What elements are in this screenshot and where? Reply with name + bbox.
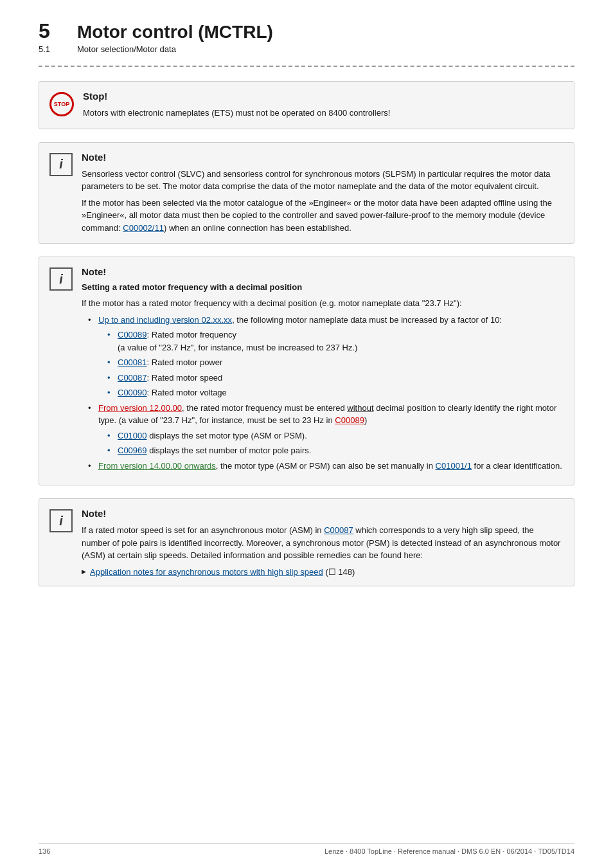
sub-bullet-c00969: C00969 displays the set number of motor …: [107, 444, 564, 457]
c01000-link[interactable]: C01000: [118, 431, 147, 440]
bullet1-suffix: , the following motor nameplate data mus…: [232, 315, 502, 325]
c00089-link-2[interactable]: C00089: [335, 415, 364, 425]
sub-section-number: 5.1: [39, 44, 77, 54]
chapter-header: 5 Motor control (MCTRL): [39, 19, 574, 43]
sub-bullet-c00090: C00090: Rated motor voltage: [107, 386, 564, 399]
stop-icon: STOP: [49, 92, 74, 116]
sub-bullet-list-1: C00089: Rated motor frequency(a value of…: [107, 329, 564, 399]
note1-para1: Sensorless vector control (SLVC) and sen…: [82, 168, 564, 193]
note2-title: Note!: [82, 266, 564, 277]
note2-intro: If the motor has a rated motor frequency…: [82, 297, 564, 310]
bullet-item-3: From version 14.00.00 onwards, the motor…: [88, 460, 564, 473]
c00089-link-1[interactable]: C00089: [118, 330, 147, 339]
c00081-text: : Rated motor power: [147, 357, 223, 367]
c00081-link[interactable]: C00081: [118, 357, 147, 367]
info-icon-2: i: [49, 267, 73, 291]
c00087-link-1[interactable]: C00087: [118, 373, 147, 383]
stop-notice-text: Motors with electronic nameplates (ETS) …: [83, 107, 564, 120]
footer-page-num: 136: [39, 847, 50, 855]
app-notes-suffix: (☐ 148): [323, 567, 355, 577]
c00969-link[interactable]: C00969: [118, 446, 147, 455]
note3-box: i Note! If a rated motor speed is set fo…: [39, 498, 574, 586]
c00089-text: : Rated motor frequency(a value of "23.7…: [118, 330, 357, 352]
page: 5 Motor control (MCTRL) 5.1 Motor select…: [0, 0, 613, 868]
c00087-link-2[interactable]: C00087: [324, 525, 353, 535]
note1-para2-suffix: ) when an online connection has been est…: [164, 223, 351, 233]
note3-para1-prefix: If a rated motor speed is set for an asy…: [82, 525, 324, 535]
sub-section-header: 5.1 Motor selection/Motor data: [39, 44, 574, 54]
note1-title: Note!: [82, 152, 564, 163]
stop-notice-box: STOP Stop! Motors with electronic namepl…: [39, 81, 574, 129]
stop-notice-title: Stop!: [83, 91, 564, 102]
divider: [39, 66, 574, 67]
stop-notice-content: Stop! Motors with electronic nameplates …: [83, 91, 564, 120]
note2-content: Note! Setting a rated motor frequency wi…: [82, 266, 564, 476]
sub-bullet-c00089: C00089: Rated motor frequency(a value of…: [107, 329, 564, 354]
c00087-text: : Rated motor speed: [147, 373, 223, 383]
stop-circle-icon: STOP: [49, 92, 74, 116]
note2-box: i Note! Setting a rated motor frequency …: [39, 257, 574, 485]
info-icon-3: i: [49, 509, 73, 532]
version-14-link[interactable]: From version 14.00.00 onwards: [98, 461, 216, 471]
sub-bullet-c01000: C01000 displays the set motor type (ASM …: [107, 429, 564, 442]
note3-icon: i: [49, 509, 73, 532]
note1-icon: i: [49, 153, 73, 176]
app-notes-link[interactable]: Application notes for asynchronous motor…: [90, 567, 323, 577]
note3-content: Note! If a rated motor speed is set for …: [82, 508, 564, 577]
note1-content: Note! Sensorless vector control (SLVC) a…: [82, 152, 564, 235]
without-underline: without: [347, 403, 373, 413]
c00090-link[interactable]: C00090: [118, 388, 147, 397]
c01000-text: displays the set motor type (ASM or PSM)…: [147, 431, 307, 440]
info-icon-1: i: [49, 153, 73, 176]
sub-section-title: Motor selection/Motor data: [77, 44, 176, 54]
page-footer: 136 Lenze · 8400 TopLine · Reference man…: [39, 843, 574, 855]
note2-bullet-list: Up to and including version 02.xx.xx, th…: [88, 314, 564, 473]
note1-box: i Note! Sensorless vector control (SLVC)…: [39, 142, 574, 244]
note3-title: Note!: [82, 508, 564, 519]
sub-bullet-list-2: C01000 displays the set motor type (ASM …: [107, 429, 564, 457]
c00969-text: displays the set number of motor pole pa…: [147, 446, 312, 455]
bullet-item-2: From version 12.00.00, the rated motor f…: [88, 402, 564, 457]
sub-bullet-c00081: C00081: Rated motor power: [107, 356, 564, 369]
note1-c00002-link[interactable]: C00002/11: [123, 223, 164, 233]
chapter-number: 5: [39, 19, 77, 43]
note3-arrow-link[interactable]: Application notes for asynchronous motor…: [82, 567, 564, 577]
note1-para2: If the motor has been selected via the m…: [82, 197, 564, 235]
note2-icon: i: [49, 267, 73, 291]
version-12-link[interactable]: From version 12.00.00: [98, 403, 182, 413]
c00090-text: : Rated motor voltage: [147, 388, 227, 397]
note2-subheading: Setting a rated motor frequency with a d…: [82, 282, 564, 292]
chapter-title: Motor control (MCTRL): [77, 19, 273, 42]
bullet3-text: , the motor type (ASM or PSM) can also b…: [216, 461, 562, 471]
note3-para1: If a rated motor speed is set for an asy…: [82, 524, 564, 562]
bullet-item-1: Up to and including version 02.xx.xx, th…: [88, 314, 564, 399]
sub-bullet-c00087: C00087: Rated motor speed: [107, 372, 564, 384]
footer-doc-info: Lenze · 8400 TopLine · Reference manual …: [324, 847, 574, 855]
version-02-link[interactable]: Up to and including version 02.xx.xx: [98, 315, 232, 325]
c01001-link[interactable]: C01001/1: [436, 461, 472, 471]
